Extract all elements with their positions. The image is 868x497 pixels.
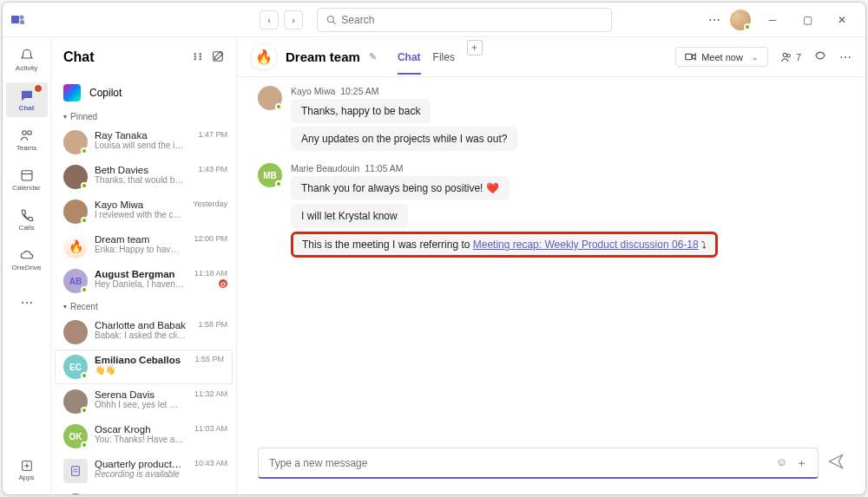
apps-plus-icon: [20, 459, 34, 473]
svg-point-5: [22, 131, 26, 135]
phone-icon: [19, 207, 35, 223]
compose-box[interactable]: ☺ ＋: [258, 448, 819, 479]
chat-item[interactable]: Charlotte and BabakBabak: I asked the cl…: [51, 315, 236, 350]
avatar: [63, 494, 88, 494]
svg-point-1: [20, 15, 24, 19]
chat-item[interactable]: OK Oscar KroghYou: Thanks! Have a nice d…: [51, 419, 236, 454]
video-icon: [685, 51, 696, 62]
participants-button[interactable]: 7: [780, 51, 801, 63]
message-time: 11:05 AM: [365, 163, 403, 173]
chat-item[interactable]: Serena DavisOhhh I see, yes let me fix t…: [51, 384, 236, 419]
section-recent[interactable]: ▾Recent: [51, 298, 236, 315]
sender-name: Kayo Miwa: [291, 86, 335, 96]
svg-point-17: [783, 53, 786, 56]
send-button[interactable]: [827, 453, 845, 474]
rail-chat[interactable]: Chat: [6, 82, 48, 117]
compose-input[interactable]: [269, 457, 776, 469]
filter-icon[interactable]: ⫶⫶: [193, 50, 203, 65]
svg-rect-2: [20, 20, 24, 24]
settings-more-icon[interactable]: ⋯: [708, 13, 721, 27]
svg-point-18: [787, 54, 791, 57]
unread-badge: [34, 84, 43, 93]
conversation-pane: 🔥 Dream team ✎ Chat Files ＋ Meet now ⌄: [237, 37, 865, 494]
search-box[interactable]: [317, 8, 612, 32]
chat-item[interactable]: Ray TanakaLouisa will send the initial l…: [51, 125, 236, 160]
nav-forward-button[interactable]: ›: [284, 10, 303, 29]
message-bubble[interactable]: Thanks, happy to be back: [291, 99, 431, 123]
copilot-pane-icon[interactable]: [813, 49, 827, 65]
cursor-icon: ⤵: [701, 239, 707, 250]
rail-apps[interactable]: Apps: [6, 453, 48, 487]
teams-app-icon: [10, 11, 27, 29]
rail-calls[interactable]: Calls: [6, 202, 48, 237]
chat-item[interactable]: AB August BergmanHey Daniela, I haven't …: [51, 264, 236, 298]
avatar: EC: [63, 355, 88, 379]
message-bubble[interactable]: Thank you for always being so positive! …: [291, 176, 510, 200]
search-icon: [326, 15, 336, 25]
copilot-row[interactable]: Copilot: [51, 77, 236, 108]
chat-item[interactable]: Kian LambertHave you run this by Beth? M…: [51, 488, 236, 494]
svg-rect-7: [22, 171, 32, 180]
sender-avatar: MB: [258, 163, 282, 187]
cloud-icon: [19, 247, 35, 263]
bell-icon: [19, 48, 35, 63]
more-options-icon[interactable]: ⋯: [839, 50, 852, 64]
chat-item[interactable]: Quarterly product reviewRecording is ava…: [51, 454, 236, 488]
avatar: OK: [63, 424, 88, 448]
avatar-fire-icon: 🔥: [63, 234, 88, 258]
section-pinned[interactable]: ▾Pinned: [51, 108, 236, 125]
rail-calendar[interactable]: Calendar: [6, 162, 48, 197]
tab-files[interactable]: Files: [433, 40, 455, 75]
avatar: [63, 130, 88, 154]
svg-rect-16: [686, 54, 692, 60]
profile-avatar[interactable]: [730, 10, 751, 30]
chat-list-pane: Chat ⫶⫶ Copilot ▾Pinned Ray TanakaLouisa…: [51, 37, 237, 494]
more-icon: ⋯: [21, 296, 33, 310]
meeting-recap-link[interactable]: Meeting recap: Weekly Product discussion…: [473, 239, 699, 251]
meeting-doc-icon: [63, 459, 88, 483]
message-time: 10:25 AM: [340, 86, 378, 96]
chevron-down-icon: ⌄: [752, 53, 759, 62]
chat-icon: [19, 88, 35, 103]
chat-item[interactable]: Kayo MiwaI reviewed with the client on T…: [51, 194, 236, 229]
copilot-icon: [63, 84, 81, 101]
rail-onedrive[interactable]: OneDrive: [6, 242, 48, 277]
messages-area: Kayo Miwa 10:25 AM Thanks, happy to be b…: [237, 77, 865, 439]
calendar-icon: [19, 167, 35, 183]
add-tab-button[interactable]: ＋: [467, 40, 483, 56]
people-icon: [780, 51, 792, 63]
svg-rect-0: [11, 16, 19, 23]
message-bubble[interactable]: I will let Krystal know: [291, 204, 408, 228]
emoji-icon[interactable]: ☺: [776, 455, 787, 471]
message-bubble-highlighted[interactable]: This is the meeting I was referring to M…: [291, 232, 718, 258]
new-chat-icon[interactable]: [212, 50, 224, 65]
rail-teams[interactable]: Teams: [6, 122, 48, 157]
svg-point-6: [27, 131, 31, 135]
chat-item[interactable]: 🔥 Dream teamErika: Happy to have you bac…: [51, 229, 236, 264]
conversation-title: Dream team: [286, 49, 360, 64]
titlebar: ‹ › ⋯ ─ ▢ ✕: [3, 3, 865, 37]
window-maximize-button[interactable]: ▢: [794, 7, 820, 33]
message-bubble[interactable]: Any updates on the projects while I was …: [291, 127, 517, 151]
meet-now-button[interactable]: Meet now ⌄: [675, 47, 768, 67]
search-input[interactable]: [341, 14, 602, 26]
rail-activity[interactable]: Activity: [6, 43, 48, 77]
chat-item[interactable]: EC Emiliano Ceballos👋👋 1:55 PM: [55, 350, 233, 384]
avatar: [63, 165, 88, 189]
window-close-button[interactable]: ✕: [829, 7, 855, 33]
window-minimize-button[interactable]: ─: [760, 7, 786, 33]
svg-point-3: [327, 16, 333, 22]
teams-icon: [19, 128, 35, 143]
svg-rect-13: [72, 467, 80, 476]
chat-item[interactable]: Beth DaviesThanks, that would be nice. 1…: [51, 160, 236, 194]
nav-back-button[interactable]: ‹: [260, 10, 279, 29]
conversation-avatar-fire-icon: 🔥: [251, 44, 277, 70]
avatar: [63, 320, 88, 344]
plus-icon[interactable]: ＋: [796, 455, 807, 471]
edit-title-icon[interactable]: ✎: [369, 51, 377, 62]
tab-chat[interactable]: Chat: [398, 40, 421, 75]
copilot-label: Copilot: [89, 87, 122, 99]
sender-name: Marie Beaudouin: [291, 163, 359, 173]
rail-more[interactable]: ⋯: [6, 285, 48, 320]
svg-line-4: [333, 22, 336, 24]
